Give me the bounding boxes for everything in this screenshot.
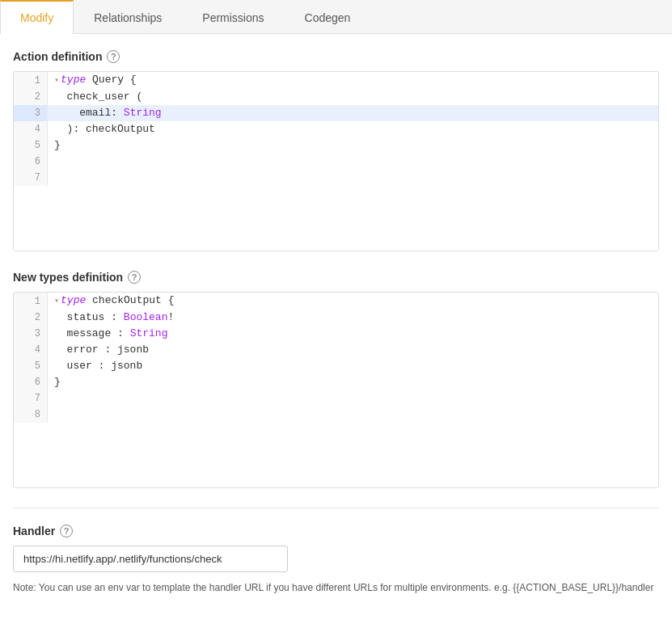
line-content-4: ): checkOutput bbox=[48, 121, 658, 137]
code-line-4: 4 ): checkOutput bbox=[14, 121, 658, 137]
tab-relationships[interactable]: Relationships bbox=[74, 0, 182, 34]
line-number-3: 3 bbox=[14, 105, 48, 121]
new-types-definition-editor[interactable]: 1 ▾type checkOutput { 2 status : Boolean… bbox=[13, 292, 659, 488]
new-types-definition-header: New types definition ? bbox=[13, 271, 659, 284]
handler-title: Handler bbox=[13, 525, 55, 537]
tab-permissions[interactable]: Permissions bbox=[182, 0, 284, 34]
types-line-content-5: user : jsonb bbox=[48, 358, 658, 374]
types-line-number-8: 8 bbox=[14, 407, 48, 423]
types-code-line-7: 7 bbox=[14, 390, 658, 407]
types-line-content-2: status : Boolean! bbox=[48, 310, 658, 326]
types-code-line-4: 4 error : jsonb bbox=[14, 342, 658, 358]
code-line-2: 2 check_user ( bbox=[14, 89, 658, 105]
code-line-3: 3 email: String bbox=[14, 105, 658, 121]
line-content-5: } bbox=[48, 137, 658, 154]
types-code-line-8: 8 bbox=[14, 407, 658, 423]
types-code-line-2: 2 status : Boolean! bbox=[14, 310, 658, 326]
types-code-line-5: 5 user : jsonb bbox=[14, 358, 658, 374]
handler-header: Handler ? bbox=[13, 525, 659, 537]
code-line-5: 5 } bbox=[14, 137, 658, 154]
types-line-number-6: 6 bbox=[14, 374, 48, 390]
code-line-6: 6 bbox=[14, 154, 658, 170]
action-definition-code-lines: 1 ▾type Query { 2 check_user ( 3 email: … bbox=[14, 72, 658, 251]
line-content-6 bbox=[48, 154, 658, 170]
types-line-content-8 bbox=[48, 407, 658, 423]
types-code-line-1: 1 ▾type checkOutput { bbox=[14, 293, 658, 310]
action-definition-editor[interactable]: 1 ▾type Query { 2 check_user ( 3 email: … bbox=[13, 71, 659, 251]
action-definition-help-icon[interactable]: ? bbox=[107, 50, 120, 63]
types-line-number-4: 4 bbox=[14, 342, 48, 358]
types-fold-arrow-1: ▾ bbox=[54, 297, 59, 306]
action-definition-header: Action definition ? bbox=[13, 50, 659, 63]
line-content-2: check_user ( bbox=[48, 89, 658, 105]
code-empty-area-2 bbox=[14, 423, 658, 487]
types-line-content-6: } bbox=[48, 374, 658, 390]
main-content: Action definition ? 1 ▾type Query { 2 ch… bbox=[0, 34, 672, 609]
types-code-line-3: 3 message : String bbox=[14, 326, 658, 342]
handler-divider bbox=[13, 508, 659, 508]
types-line-number-5: 5 bbox=[14, 358, 48, 374]
tab-codegen[interactable]: Codegen bbox=[285, 0, 371, 34]
tab-modify[interactable]: Modify bbox=[0, 0, 74, 34]
line-content-7 bbox=[48, 170, 658, 186]
new-types-definition-help-icon[interactable]: ? bbox=[128, 271, 141, 284]
new-types-definition-title: New types definition bbox=[13, 271, 123, 284]
fold-arrow-1: ▾ bbox=[54, 76, 59, 85]
types-line-content-1: ▾type checkOutput { bbox=[48, 293, 658, 310]
action-definition-title: Action definition bbox=[13, 50, 102, 63]
tab-bar: Modify Relationships Permissions Codegen bbox=[0, 0, 672, 34]
handler-url-input[interactable] bbox=[13, 546, 288, 572]
line-number-6: 6 bbox=[14, 154, 48, 170]
types-line-content-7 bbox=[48, 390, 658, 407]
types-line-number-3: 3 bbox=[14, 326, 48, 342]
types-line-content-3: message : String bbox=[48, 326, 658, 342]
types-code-line-6: 6 } bbox=[14, 374, 658, 390]
line-number-1: 1 bbox=[14, 72, 48, 89]
line-number-4: 4 bbox=[14, 121, 48, 137]
code-empty-area-1 bbox=[14, 186, 658, 251]
line-content-1: ▾type Query { bbox=[48, 72, 658, 89]
handler-help-icon[interactable]: ? bbox=[60, 525, 73, 537]
new-types-code-lines: 1 ▾type checkOutput { 2 status : Boolean… bbox=[14, 293, 658, 487]
line-number-5: 5 bbox=[14, 137, 48, 154]
line-number-7: 7 bbox=[14, 170, 48, 186]
line-number-2: 2 bbox=[14, 89, 48, 105]
types-line-content-4: error : jsonb bbox=[48, 342, 658, 358]
handler-note: Note: You can use an env var to template… bbox=[13, 582, 659, 593]
types-line-number-2: 2 bbox=[14, 310, 48, 326]
code-line-7: 7 bbox=[14, 170, 658, 186]
types-line-number-7: 7 bbox=[14, 390, 48, 407]
types-line-number-1: 1 bbox=[14, 293, 48, 310]
line-content-3: email: String bbox=[48, 105, 658, 121]
code-line-1: 1 ▾type Query { bbox=[14, 72, 658, 89]
